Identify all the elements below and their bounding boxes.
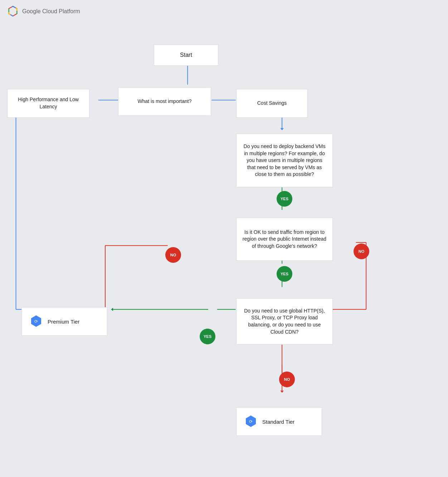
q2-box: Is it OK to send traffic from region to … (236, 218, 333, 261)
question-main-label: What is most important? (138, 98, 192, 105)
svg-marker-11 (280, 128, 284, 131)
svg-text:⟳: ⟳ (249, 419, 253, 424)
svg-marker-28 (280, 391, 284, 393)
premium-tier-icon: ⟳ (29, 314, 43, 329)
svg-text:⟳: ⟳ (34, 319, 38, 324)
question-main-box: What is most important? (118, 87, 211, 116)
no-badge-2: NO (354, 244, 369, 259)
standard-tier-label: Standard Tier (262, 418, 294, 426)
yes-badge-1: YES (277, 191, 292, 207)
logo-text: Google Cloud Platform (22, 8, 80, 15)
gcp-logo: Google Cloud Platform (7, 6, 80, 17)
cost-savings-box: Cost Savings (236, 89, 308, 118)
gcp-logo-icon (7, 6, 19, 17)
q3-label: Do you need to use global HTTP(S), SSL P… (242, 308, 327, 335)
q2-label: Is it OK to send traffic from region to … (242, 229, 327, 250)
q1-label: Do you need to deploy backend VMs in mul… (242, 143, 327, 178)
premium-tier-box: ⟳ Premium Tier (21, 307, 107, 336)
high-performance-box: High Performance and Low Latency (7, 89, 89, 118)
start-label: Start (180, 51, 192, 59)
no-badge-1: NO (165, 247, 181, 263)
yes-badge-2: YES (277, 266, 292, 282)
q1-box: Do you need to deploy backend VMs in mul… (236, 134, 333, 187)
flowchart: Start High Performance and Low Latency W… (0, 23, 448, 477)
yes-badge-3: YES (200, 329, 215, 344)
no-badge-3: NO (279, 372, 295, 387)
svg-marker-25 (111, 308, 113, 311)
start-box: Start (154, 44, 218, 66)
standard-tier-box: ⟳ Standard Tier (236, 407, 322, 436)
hp-label: High Performance and Low Latency (13, 96, 83, 110)
cost-label: Cost Savings (257, 100, 287, 107)
q3-box: Do you need to use global HTTP(S), SSL P… (236, 298, 333, 345)
premium-tier-label: Premium Tier (48, 318, 79, 325)
standard-tier-icon: ⟳ (244, 414, 258, 429)
header: Google Cloud Platform (0, 0, 448, 23)
